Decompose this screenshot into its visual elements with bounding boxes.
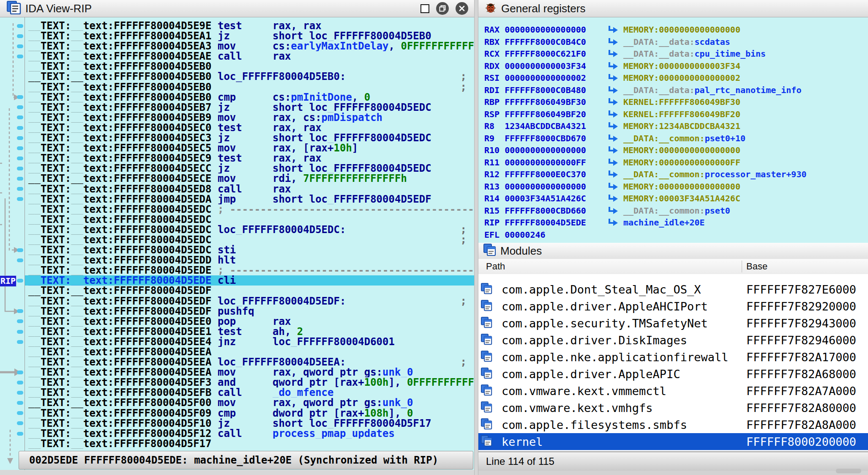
- instruction-dot[interactable]: [17, 319, 23, 323]
- disasm-line[interactable]: __TEXT:__text:FFFFFF80004D5EC5 mov rax, …: [25, 143, 474, 153]
- module-row[interactable]: com.apple.driver.AppleAHCIPortFFFFFF7F82…: [478, 298, 868, 315]
- register-value[interactable]: 00003F34A51A426C: [505, 193, 586, 203]
- instruction-dot[interactable]: [17, 136, 23, 140]
- instruction-dot[interactable]: [17, 197, 23, 201]
- register-row-rcx[interactable]: RCX FFFFFF8000C621F0__DATA:__data:cpu_it…: [478, 48, 868, 60]
- instruction-dot[interactable]: [17, 126, 23, 130]
- disasm-line[interactable]: __TEXT:__text:FFFFFF80004D5ECE mov rdi, …: [25, 173, 474, 184]
- register-target[interactable]: __DATA:__data:pal_rtc_nanotime_info: [623, 85, 801, 95]
- disasm-line[interactable]: __TEXT:__text:FFFFFF80004D5EDC loc_FFFFF…: [25, 225, 474, 235]
- register-value[interactable]: FFFFFF8000C0B4C0: [505, 37, 586, 47]
- column-header-path[interactable]: Path: [486, 259, 505, 274]
- disasm-line[interactable]: __TEXT:__text:FFFFFF80004D5EF3 and qword…: [25, 377, 474, 387]
- instruction-dot[interactable]: [17, 381, 23, 384]
- instruction-dot[interactable]: [17, 279, 23, 283]
- register-value[interactable]: 00000246: [505, 230, 545, 240]
- disasm-line[interactable]: __TEXT:__text:FFFFFF80004D5E9E test rax,…: [25, 21, 474, 31]
- register-value[interactable]: FFFFFF8000C621F0: [505, 49, 586, 59]
- instruction-dot[interactable]: [17, 401, 23, 405]
- restore-button[interactable]: [436, 2, 449, 15]
- register-target[interactable]: __DATA:__data:cpu_itime_bins: [623, 49, 766, 59]
- scrollbar-thumb[interactable]: [836, 469, 861, 473]
- register-target[interactable]: MEMORY:00003F34A51A426C: [623, 193, 740, 203]
- maximize-button[interactable]: [420, 4, 429, 13]
- register-target[interactable]: __DATA:__common:pset0+10: [623, 133, 745, 143]
- register-row-rbp[interactable]: RBP FFFFFF806049BF30KERNEL:FFFFFF806049B…: [478, 96, 868, 108]
- disasm-line[interactable]: __TEXT:__text:FFFFFF80004D5F00 mov rax, …: [25, 398, 474, 408]
- instruction-dot[interactable]: [17, 34, 23, 38]
- register-target[interactable]: KERNEL:FFFFFF806049BF30: [623, 97, 740, 107]
- register-row-rbx[interactable]: RBX FFFFFF8000C0B4C0__DATA:__data:scdata…: [478, 36, 868, 48]
- register-value[interactable]: FFFFFF8000E0C370: [505, 169, 586, 179]
- disasm-line[interactable]: __TEXT:__text:FFFFFF80004D5EDC ;: [25, 235, 474, 245]
- disasm-line[interactable]: __TEXT:__text:FFFFFF80004D5EDD hlt: [25, 255, 474, 265]
- register-row-r15[interactable]: R15 FFFFFF8000CBD660__DATA:__common:pset…: [478, 205, 868, 217]
- disasm-line[interactable]: __TEXT:__text:FFFFFF80004D5EEA: [25, 347, 474, 357]
- register-value[interactable]: FFFFFF80004D5EDE: [505, 217, 586, 228]
- register-row-r14[interactable]: R14 00003F34A51A426CMEMORY:00003F34A51A4…: [478, 192, 868, 205]
- disasm-line[interactable]: __TEXT:__text:FFFFFF80004D5ECC jz short …: [25, 163, 474, 173]
- disasm-line[interactable]: __TEXT:__text:FFFFFF80004D5EA1 jz short …: [25, 31, 474, 41]
- instruction-dot[interactable]: [17, 421, 23, 425]
- register-target[interactable]: MEMORY:0000000000000000: [623, 25, 740, 35]
- register-target[interactable]: KERNEL:FFFFFF806049BF20: [623, 109, 740, 119]
- register-row-rax[interactable]: RAX 0000000000000000MEMORY:0000000000000…: [478, 24, 868, 36]
- instruction-dot[interactable]: [17, 432, 23, 436]
- register-row-r13[interactable]: R13 0000000000000000MEMORY:0000000000000…: [478, 181, 868, 193]
- register-row-rip[interactable]: RIP FFFFFF80004D5EDEmachine_idle+20E: [478, 217, 868, 229]
- panel-divider[interactable]: [474, 0, 478, 475]
- disasm-line[interactable]: __TEXT:__text:FFFFFF80004D5EDF: [25, 286, 474, 296]
- disasm-line[interactable]: __TEXT:__text:FFFFFF80004D5EDC: [25, 214, 474, 225]
- disasm-line-current[interactable]: __TEXT:__text:FFFFFF80004D5EDE cli: [25, 275, 474, 286]
- register-target[interactable]: __DATA:__common:processor_master+930: [623, 169, 806, 179]
- column-header-base[interactable]: Base: [746, 259, 767, 274]
- disasm-line[interactable]: __TEXT:__text:FFFFFF80004D5EE0 pop rax: [25, 316, 474, 327]
- disasm-line[interactable]: __TEXT:__text:FFFFFF80004D5EA3 mov cs:ea…: [25, 41, 474, 51]
- instruction-dot[interactable]: [17, 177, 23, 181]
- register-target[interactable]: MEMORY:0000000000000000: [623, 181, 740, 192]
- register-value[interactable]: FFFFFF8000CBD670: [505, 133, 586, 143]
- module-row[interactable]: com.apple.driver.DiskImagesFFFFFF7F82946…: [478, 332, 868, 349]
- register-target[interactable]: MEMORY:00000000000000FF: [623, 157, 740, 167]
- disasm-line[interactable]: __TEXT:__text:FFFFFF80004D5EB7 jz short …: [25, 102, 474, 113]
- disasm-line[interactable]: __TEXT:__text:FFFFFF80004D5EDE ; -------…: [25, 265, 474, 275]
- instruction-dot[interactable]: [17, 258, 23, 262]
- register-row-rdx[interactable]: RDX 0000000000003F34MEMORY:0000000000003…: [478, 60, 868, 72]
- disasm-line[interactable]: __TEXT:__text:FFFFFF80004D5EB0 loc_FFFFF…: [25, 71, 474, 82]
- disasm-line[interactable]: __TEXT:__text:FFFFFF80004D5EDF loc_FFFFF…: [25, 296, 474, 306]
- module-row[interactable]: com.apple.filesystems.smbfsFFFFFF7F82A8A…: [478, 416, 868, 433]
- register-value[interactable]: 0000000000000000: [505, 181, 586, 192]
- instruction-dot[interactable]: [17, 115, 23, 119]
- disasm-line[interactable]: __TEXT:__text:FFFFFF80004D5EB0 cmp cs:pm…: [25, 92, 474, 102]
- register-row-efl[interactable]: EFL 00000246: [478, 229, 868, 241]
- disasm-line[interactable]: __TEXT:__text:FFFFFF80004D5F12 call proc…: [25, 428, 474, 439]
- register-row-r10[interactable]: R10 0000000000000000MEMORY:0000000000000…: [478, 144, 868, 157]
- register-target[interactable]: __DATA:__common:pset0: [623, 206, 730, 216]
- register-target[interactable]: MEMORY:0000000000000002: [623, 73, 740, 83]
- disasm-line[interactable]: __TEXT:__text:FFFFFF80004D5EDA jmp short…: [25, 194, 474, 204]
- close-button[interactable]: [456, 2, 468, 15]
- instruction-dot[interactable]: [17, 309, 23, 313]
- register-value[interactable]: 00000000000000FF: [505, 157, 586, 167]
- register-target[interactable]: machine_idle+20E: [623, 217, 705, 228]
- instruction-dot[interactable]: [17, 24, 23, 28]
- register-value[interactable]: FFFFFF806049BF30: [505, 97, 586, 107]
- disasm-line[interactable]: __TEXT:__text:FFFFFF80004D5EC0 test rax,…: [25, 123, 474, 133]
- disasm-line[interactable]: __TEXT:__text:FFFFFF80004D5EEA mov rax, …: [25, 367, 474, 377]
- disasm-line[interactable]: __TEXT:__text:FFFFFF80004D5EEA loc_FFFFF…: [25, 357, 474, 367]
- instruction-dot[interactable]: [17, 411, 23, 415]
- instruction-dot[interactable]: [17, 391, 23, 395]
- disasm-line[interactable]: __TEXT:__text:FFFFFF80004D5ED8 call rax: [25, 184, 474, 194]
- register-value[interactable]: FFFFFF8000CBD660: [505, 206, 586, 216]
- register-target[interactable]: __DATA:__data:scdatas: [623, 37, 730, 47]
- register-value[interactable]: FFFFFF806049BF20: [505, 109, 586, 119]
- instruction-dot[interactable]: [17, 248, 23, 252]
- register-value[interactable]: 0000000000000000: [505, 25, 586, 35]
- register-target[interactable]: MEMORY:0000000000003F34: [623, 61, 740, 71]
- disasm-line[interactable]: __TEXT:__text:FFFFFF80004D5EFB call _do_…: [25, 387, 474, 398]
- disasm-line[interactable]: __TEXT:__text:FFFFFF80004D5EAE call rax: [25, 51, 474, 61]
- instruction-dot[interactable]: [17, 95, 23, 99]
- disasm-line[interactable]: __TEXT:__text:FFFFFF80004D5EDF pushfq: [25, 306, 474, 316]
- instruction-dot[interactable]: [17, 371, 23, 374]
- register-row-r11[interactable]: R11 00000000000000FFMEMORY:0000000000000…: [478, 157, 868, 169]
